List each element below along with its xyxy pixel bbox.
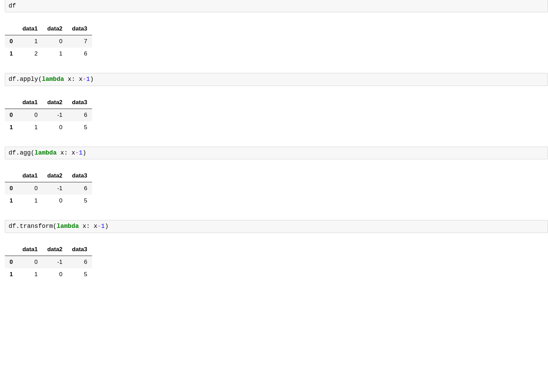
table-cell: 1 (42, 48, 67, 60)
table-cell: -1 (42, 182, 67, 195)
code-token: 1 (101, 223, 105, 230)
table-cell: 0 (17, 182, 42, 195)
output-block: data1data2data300-161105 (5, 243, 548, 281)
table-row: 1105 (5, 121, 92, 134)
notebook-container: dfdata1data2data301071216df.apply(lambda… (0, 0, 548, 281)
code-token: 1 (79, 149, 83, 156)
table-cell: 0 (17, 109, 42, 121)
table-cell: 0 (42, 35, 67, 48)
row-index: 0 (5, 35, 17, 48)
row-index: 1 (5, 121, 17, 134)
code-token: df (9, 2, 16, 9)
table-cell: 6 (67, 48, 92, 60)
code-cell[interactable]: df.transform(lambda x: x-1) (5, 220, 548, 233)
code-cell[interactable]: df.agg(lambda x: x-1) (5, 147, 548, 159)
output-block: data1data2data300-161105 (5, 170, 548, 207)
table-row: 00-16 (5, 182, 92, 195)
table-cell: 0 (17, 256, 42, 268)
column-header: data3 (67, 23, 92, 35)
output-block: data1data2data301071216 (5, 23, 548, 60)
row-index: 0 (5, 109, 17, 121)
column-header: data3 (67, 96, 92, 109)
table-cell: 0 (42, 121, 67, 134)
column-header: data2 (42, 243, 67, 256)
table-corner-cell (5, 96, 17, 109)
code-token: x: x (79, 223, 97, 230)
code-token: df.transform( (9, 223, 57, 230)
row-index: 0 (5, 256, 17, 268)
code-token: x: x (57, 149, 75, 156)
table-corner-cell (5, 243, 17, 256)
table-cell: -1 (42, 256, 67, 268)
column-header: data2 (42, 23, 67, 35)
column-header: data3 (67, 170, 92, 182)
table-row: 0107 (5, 35, 92, 48)
column-header: data2 (42, 96, 67, 109)
row-index: 1 (5, 195, 17, 207)
row-index: 1 (5, 268, 17, 281)
table-cell: 6 (67, 109, 92, 121)
column-header: data1 (17, 170, 42, 182)
code-token: lambda (35, 149, 57, 156)
table-cell: 0 (42, 268, 67, 281)
table-cell: 5 (67, 121, 92, 134)
code-token: lambda (42, 76, 64, 83)
code-cell[interactable]: df (5, 0, 548, 12)
table-header-row: data1data2data3 (5, 170, 92, 182)
row-index: 0 (5, 182, 17, 195)
table-row: 1216 (5, 48, 92, 60)
code-token: 1 (86, 76, 90, 83)
code-token: lambda (57, 223, 79, 230)
table-cell: 1 (17, 121, 42, 134)
table-row: 1105 (5, 268, 92, 281)
row-index: 1 (5, 48, 17, 60)
table-cell: 1 (17, 268, 42, 281)
code-token: df.agg( (9, 149, 35, 156)
code-token: - (83, 76, 86, 83)
code-token: x: x (64, 76, 83, 83)
table-cell: 5 (67, 195, 92, 207)
dataframe-table: data1data2data300-161105 (5, 243, 92, 281)
column-header: data2 (42, 170, 67, 182)
table-header-row: data1data2data3 (5, 23, 92, 35)
table-cell: 1 (17, 35, 42, 48)
table-cell: 0 (42, 195, 67, 207)
code-token: df.apply( (9, 76, 42, 83)
column-header: data3 (67, 243, 92, 256)
table-cell: 6 (67, 182, 92, 195)
table-cell: 6 (67, 256, 92, 268)
column-header: data1 (17, 243, 42, 256)
code-token: ) (90, 76, 94, 83)
table-cell: 1 (17, 195, 42, 207)
table-header-row: data1data2data3 (5, 96, 92, 109)
table-row: 1105 (5, 195, 92, 207)
code-cell[interactable]: df.apply(lambda x: x-1) (5, 73, 548, 86)
code-token: ) (105, 223, 109, 230)
code-token: - (97, 223, 101, 230)
table-cell: -1 (42, 109, 67, 121)
dataframe-table: data1data2data300-161105 (5, 170, 92, 207)
column-header: data1 (17, 96, 42, 109)
code-token: - (75, 149, 79, 156)
table-header-row: data1data2data3 (5, 243, 92, 256)
output-block: data1data2data300-161105 (5, 96, 548, 134)
column-header: data1 (17, 23, 42, 35)
code-token: ) (83, 149, 86, 156)
table-corner-cell (5, 170, 17, 182)
table-corner-cell (5, 23, 17, 35)
table-row: 00-16 (5, 109, 92, 121)
table-row: 00-16 (5, 256, 92, 268)
dataframe-table: data1data2data300-161105 (5, 96, 92, 134)
table-cell: 5 (67, 268, 92, 281)
table-cell: 2 (17, 48, 42, 60)
dataframe-table: data1data2data301071216 (5, 23, 92, 60)
table-cell: 7 (67, 35, 92, 48)
